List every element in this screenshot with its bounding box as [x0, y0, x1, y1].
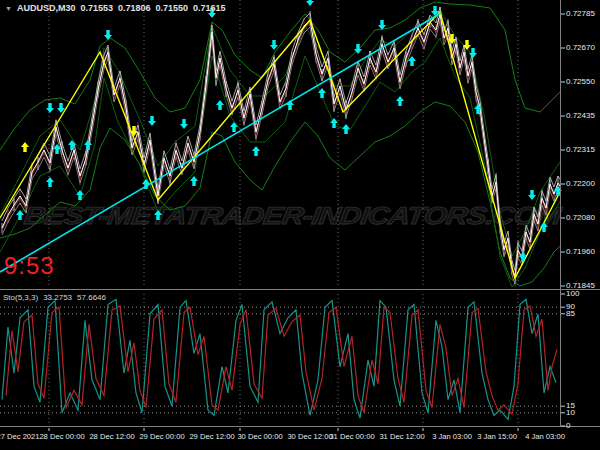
signal-arrow-up [342, 124, 350, 134]
stoch-signal-line [6, 306, 557, 414]
bb-upper-outer-line [0, 2, 560, 150]
bb-upper-inner-line [0, 10, 560, 256]
signal-arrow-up [190, 176, 198, 186]
signal-arrow-up [21, 142, 29, 152]
signal-arrow-down [469, 48, 477, 58]
chart-window: BEST-METATRADER-INDICATORS.COM ▼ AUDUSD,… [0, 0, 600, 450]
signal-arrow-up [230, 122, 238, 132]
signal-arrow-down [46, 103, 54, 113]
signal-arrow-down [306, 0, 314, 6]
signal-arrow-up [252, 146, 260, 156]
signal-arrow-up [84, 140, 92, 150]
signal-arrow-up [46, 177, 54, 187]
chart-canvas[interactable] [0, 0, 600, 450]
signal-arrow-down [270, 40, 278, 50]
signal-arrow-down [208, 8, 216, 18]
signal-arrow-up [396, 96, 404, 106]
signal-arrow-down [180, 119, 188, 129]
signal-arrow-up [286, 100, 294, 110]
signal-arrow-down [528, 190, 536, 200]
bb-lower-outer-line [0, 102, 560, 286]
signal-arrow-up [154, 210, 162, 220]
signal-arrow-up [216, 100, 224, 110]
signal-arrow-down [148, 116, 156, 126]
